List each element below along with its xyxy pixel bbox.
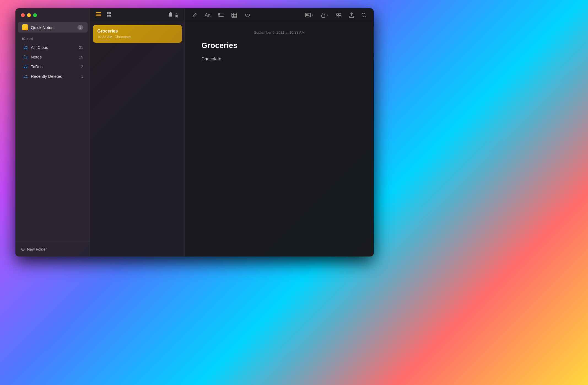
folder-name-todos: ToDos [31, 64, 43, 69]
delete-button[interactable]: 🗑 [167, 10, 180, 20]
app-window: ⚡ Quick Notes 1 iCloud 🗂 All iCloud 21 🗂… [15, 8, 374, 256]
folder-name-recently-deleted: Recently Deleted [31, 74, 62, 79]
quick-notes-label: Quick Notes [31, 25, 53, 30]
media-button[interactable]: ▾ [304, 12, 315, 18]
compose-button[interactable] [190, 12, 199, 19]
svg-rect-9 [218, 16, 220, 17]
svg-rect-11 [232, 13, 237, 17]
editor-content[interactable]: September 6, 2021 at 10:33 AM Groceries … [185, 22, 374, 256]
svg-rect-1 [96, 14, 101, 15]
sidebar-item-notes[interactable]: 🗂 Notes 19 [18, 52, 88, 62]
grid-view-button[interactable] [106, 11, 113, 19]
sidebar-item-recently-deleted[interactable]: 🗂 Recently Deleted 1 [18, 71, 88, 81]
icloud-section-label: iCloud [15, 36, 90, 42]
note-title-large: Groceries [201, 41, 357, 50]
folder-icon: 🗂 [23, 64, 28, 69]
share-button[interactable] [348, 11, 355, 19]
folder-count-notes: 19 [79, 55, 83, 59]
svg-rect-0 [96, 12, 101, 13]
folder-name-notes: Notes [31, 55, 42, 59]
note-list-toolbar: 🗑 [90, 8, 185, 22]
svg-rect-5 [107, 15, 109, 17]
sidebar-item-todos[interactable]: 🗂 ToDos 2 [18, 62, 88, 71]
folder-count-recently-deleted: 1 [81, 74, 83, 79]
folder-name-all-icloud: All iCloud [31, 45, 48, 50]
note-title: Groceries [97, 29, 177, 34]
text-format-button[interactable]: Aa [203, 11, 212, 19]
note-card-groceries[interactable]: Groceries 10:33 AM Chocolate [93, 25, 182, 43]
note-list-panel: 🗑 Groceries 10:33 AM Chocolate [90, 8, 185, 256]
checklist-button[interactable] [217, 12, 225, 18]
folder-icon: 🗂 [23, 44, 28, 50]
svg-point-21 [362, 13, 365, 16]
svg-point-20 [339, 13, 341, 15]
table-button[interactable] [230, 12, 239, 19]
minimize-button[interactable] [27, 13, 31, 17]
search-button[interactable] [360, 12, 368, 19]
links-button[interactable] [243, 12, 252, 18]
folder-count-all-icloud: 21 [79, 45, 83, 50]
list-view-button[interactable] [95, 11, 102, 19]
traffic-lights [21, 13, 37, 17]
folder-icon: 🗂 [23, 73, 28, 79]
maximize-button[interactable] [33, 13, 37, 17]
close-button[interactable] [21, 13, 25, 17]
svg-rect-7 [218, 13, 220, 15]
folder-icon: 🗂 [23, 54, 28, 60]
svg-rect-2 [96, 15, 101, 16]
new-folder-label: New Folder [27, 247, 47, 252]
quick-notes-badge: 1 [77, 25, 83, 30]
editor-toolbar: Aa [185, 8, 374, 22]
editor-panel: Aa [185, 8, 374, 256]
sidebar-bottom: ⊕ New Folder [15, 242, 90, 256]
svg-point-19 [336, 13, 339, 15]
sidebar-item-quick-notes[interactable]: ⚡ Quick Notes 1 [18, 22, 88, 33]
sidebar: ⚡ Quick Notes 1 iCloud 🗂 All iCloud 21 🗂… [15, 8, 90, 256]
folder-count-todos: 2 [81, 65, 83, 69]
lock-button[interactable]: ▾ [319, 12, 330, 19]
svg-rect-6 [109, 15, 111, 17]
svg-line-22 [365, 16, 366, 17]
note-time: 10:33 AM [97, 35, 112, 39]
sidebar-item-all-icloud[interactable]: 🗂 All iCloud 21 [18, 42, 88, 52]
note-preview: Chocolate [115, 35, 131, 39]
svg-point-17 [307, 14, 308, 15]
note-body: Chocolate [201, 55, 357, 63]
text-format-label: Aa [205, 12, 211, 18]
svg-rect-3 [107, 12, 109, 14]
note-date-header: September 6, 2021 at 10:33 AM [201, 30, 357, 34]
lock-dropdown-arrow: ▾ [327, 14, 328, 17]
svg-rect-18 [322, 15, 325, 17]
plus-icon: ⊕ [21, 246, 25, 252]
svg-rect-4 [109, 12, 111, 14]
collab-button[interactable] [334, 12, 343, 18]
media-dropdown-arrow: ▾ [312, 14, 313, 17]
quick-notes-icon: ⚡ [22, 24, 28, 30]
new-folder-button[interactable]: ⊕ New Folder [21, 246, 47, 252]
